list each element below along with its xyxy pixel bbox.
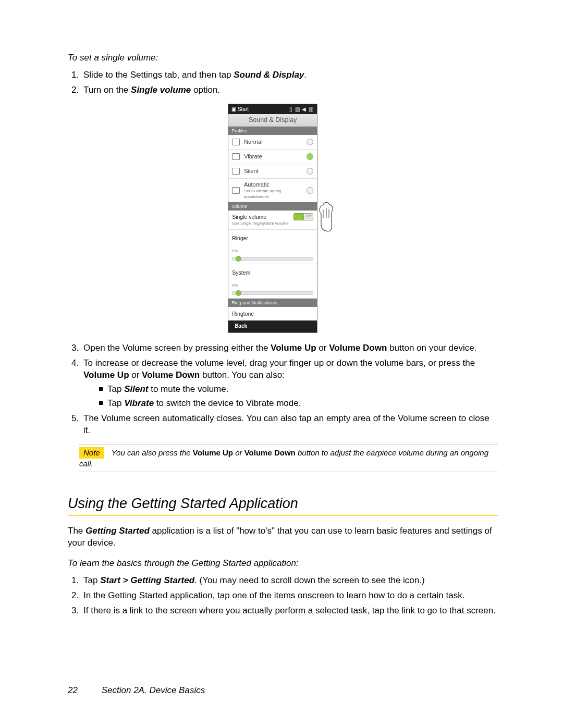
profiles-header: Profiles xyxy=(228,127,317,135)
step-2: Turn on the Single volume option. xyxy=(81,84,498,96)
step-5: The Volume screen automatically closes. … xyxy=(81,413,498,437)
system-slider: System 0% xyxy=(228,264,317,299)
radio-automatic xyxy=(307,187,313,194)
phone-icon xyxy=(232,168,240,175)
steps-list-1: Slide to the Settings tab, and then tap … xyxy=(68,69,498,96)
steps-list-2: Open the Volume screen by pressing eithe… xyxy=(68,342,498,437)
note-body: You can also press the Volume Up or Volu… xyxy=(79,448,488,468)
profile-vibrate: Vibrate xyxy=(228,150,317,164)
profile-normal: Normal xyxy=(228,135,317,150)
hand-icon xyxy=(317,196,338,237)
gs-step-1: Tap Start > Getting Started. (You may ne… xyxy=(81,575,498,587)
phone-icon xyxy=(232,187,240,194)
section-intro: The Getting Started application is a lis… xyxy=(68,525,498,549)
procedure-heading-2: To learn the basics through the Getting … xyxy=(68,558,498,570)
screen-title: Sound & Display xyxy=(228,114,317,127)
radio-vibrate xyxy=(307,153,313,160)
procedure-heading-1: To set a single volume: xyxy=(68,52,498,64)
steps-list-3: Tap Start > Getting Started. (You may ne… xyxy=(68,575,498,617)
device-screen: ▣ Start ▯ ▧ ◀ ▥ Sound & Display Profiles… xyxy=(228,104,317,333)
titlebar: ▣ Start ▯ ▧ ◀ ▥ xyxy=(228,104,317,115)
section-rule xyxy=(68,515,498,516)
page-number: 22 xyxy=(68,685,99,697)
sub-list: Tap Silent to mute the volume. Tap Vibra… xyxy=(83,384,498,410)
note-box: Note You can also press the Volume Up or… xyxy=(79,444,498,473)
section-heading: Using the Getting Started Application xyxy=(68,494,498,513)
radio-silent xyxy=(307,168,313,175)
gs-step-2: In the Getting Started application, tap … xyxy=(81,590,498,602)
manual-page: To set a single volume: Slide to the Set… xyxy=(0,0,563,728)
sub-1: Tap Silent to mute the volume. xyxy=(99,384,498,396)
profile-silent: Silent xyxy=(228,164,317,179)
step-3: Open the Volume screen by pressing eithe… xyxy=(81,342,498,354)
volume-header: Volume xyxy=(228,202,317,211)
phone-icon xyxy=(232,153,240,160)
radio-normal xyxy=(307,139,313,145)
status-icons: ▯ ▧ ◀ ▥ xyxy=(289,106,314,113)
profile-automatic: Automatic Set to vibrate during appointm… xyxy=(228,179,317,202)
section-label: Section 2A. Device Basics xyxy=(102,685,205,695)
device-figure: ▣ Start ▯ ▧ ◀ ▥ Sound & Display Profiles… xyxy=(68,104,498,333)
ringtone-row: Ringtone xyxy=(228,307,317,320)
sub-2: Tap Vibrate to switch the device to Vibr… xyxy=(99,398,498,410)
note-tag: Note xyxy=(79,447,104,459)
back-softkey: Back xyxy=(228,320,317,332)
start-label: ▣ Start xyxy=(231,106,249,113)
single-volume-row: Off Single volume Use single ring/system… xyxy=(228,211,317,230)
step-4: To increase or decrease the volume level… xyxy=(81,357,498,410)
step-1: Slide to the Settings tab, and then tap … xyxy=(81,69,498,81)
page-footer: 22 Section 2A. Device Basics xyxy=(68,685,205,697)
ring-notif-header: Ring and Notifications xyxy=(228,299,317,307)
gs-step-3: If there is a link to the screen where y… xyxy=(81,605,498,617)
phone-icon xyxy=(232,139,240,145)
ringer-slider: Ringer 0% xyxy=(228,230,317,264)
single-volume-toggle: Off xyxy=(293,213,313,220)
